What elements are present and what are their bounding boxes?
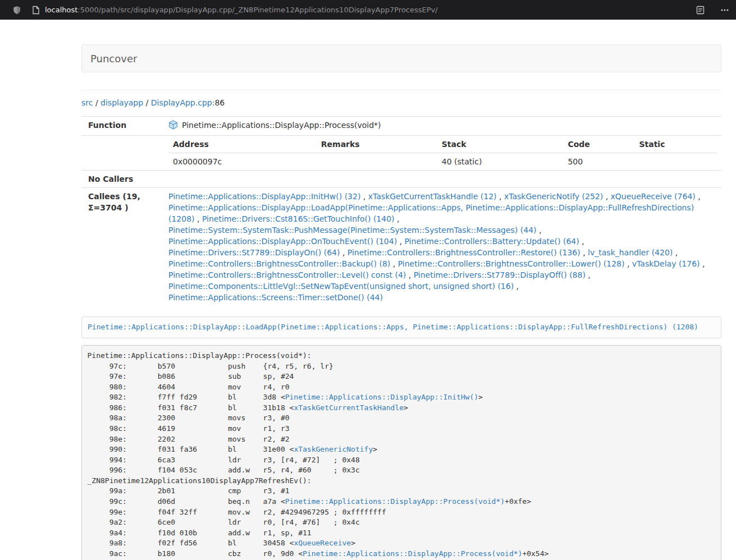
- browser-topbar: localhost:5000/path/src/displayapp/Displ…: [0, 0, 736, 20]
- highlighted-symbol-box: Pinetime::Applications::DisplayApp::Load…: [81, 316, 721, 338]
- breadcrumb: src / displayapp / DisplayApp.cpp:86: [81, 98, 721, 107]
- breadcrumb-line-number: 86: [214, 98, 225, 107]
- callee-link[interactable]: Pinetime::Controllers::BrightnessControl…: [168, 270, 406, 279]
- breadcrumb-link[interactable]: src: [81, 98, 93, 107]
- stats-column-header: Static: [634, 136, 717, 153]
- stats-column-header: Remarks: [317, 136, 437, 153]
- disasm-symbol-link[interactable]: Pinetime::Applications::DisplayApp::Proc…: [303, 549, 522, 558]
- url-path: :5000/path/src/displayapp/DisplayApp.cpp…: [77, 6, 437, 14]
- stats-table: AddressRemarksStackCodeStatic 0x0000097c…: [168, 136, 717, 170]
- highlighted-symbol-link[interactable]: Pinetime::Applications::DisplayApp::Load…: [88, 323, 698, 331]
- no-callers-label: No Callers: [81, 171, 164, 188]
- callee-link[interactable]: Pinetime::Components::LittleVgl::SetNewT…: [168, 282, 514, 291]
- function-cell: Pinetime::Applications::DisplayApp::Proc…: [164, 117, 721, 136]
- callee-link[interactable]: Pinetime::Controllers::Battery::Update()…: [404, 237, 579, 246]
- callee-link[interactable]: lv_task_handler (420): [588, 248, 673, 257]
- divider: [81, 90, 721, 90]
- stats-value-row: 0x0000097c40 (static)500: [168, 153, 717, 171]
- function-icon: [168, 120, 178, 132]
- stats-column-header: Address: [168, 136, 317, 153]
- shield-icon[interactable]: [12, 6, 21, 15]
- reader-view-icon[interactable]: [696, 6, 705, 15]
- no-callers-cell: [164, 171, 721, 188]
- callee-link[interactable]: xTaskGetCurrentTaskHandle (12): [368, 192, 497, 201]
- stats-header-row: AddressRemarksStackCodeStatic: [168, 136, 717, 153]
- disassembly-code-block: Pinetime::Applications::DisplayApp::Proc…: [81, 345, 721, 560]
- page-container: Puncover src / displayapp / DisplayApp.c…: [81, 20, 721, 560]
- callees-row: Callees (19, Σ=3704 ) Pinetime::Applicat…: [81, 188, 721, 306]
- brand-link[interactable]: Puncover: [82, 53, 145, 65]
- callee-link[interactable]: xTaskGenericNotify (252): [504, 192, 603, 201]
- stats-value: 500: [563, 153, 634, 171]
- site-page-icon: [32, 6, 40, 15]
- callee-link[interactable]: Pinetime::System::SystemTask::PushMessag…: [168, 226, 537, 235]
- stats-value: [317, 153, 437, 171]
- menu-dots-icon[interactable]: [720, 6, 729, 15]
- breadcrumb-link[interactable]: displayapp: [100, 98, 143, 107]
- stats-value: 40 (static): [437, 153, 564, 171]
- stats-value: [634, 153, 717, 171]
- disasm-symbol-link[interactable]: xTaskGetCurrentTaskHandle: [294, 403, 404, 412]
- callee-link[interactable]: Pinetime::Controllers::BrightnessControl…: [348, 248, 580, 257]
- callee-link[interactable]: Pinetime::Applications::DisplayApp::Init…: [168, 192, 360, 201]
- no-callers-row: No Callers: [81, 171, 721, 188]
- stats-column-header: Code: [563, 136, 634, 153]
- disasm-symbol-link[interactable]: Pinetime::Applications::DisplayApp::Init…: [285, 393, 478, 401]
- callee-link[interactable]: Pinetime::Controllers::BrightnessControl…: [168, 259, 390, 268]
- callee-link[interactable]: Pinetime::Applications::DisplayApp::OnTo…: [168, 237, 397, 246]
- stats-column-header: Stack: [437, 136, 564, 153]
- callee-link[interactable]: Pinetime::Applications::Screens::Timer::…: [168, 293, 383, 302]
- function-row: Function Pinetime::Applications::Display…: [81, 117, 721, 136]
- disasm-symbol-link[interactable]: Pinetime::Applications::DisplayApp::Proc…: [285, 497, 505, 506]
- stats-value: 0x0000097c: [168, 153, 317, 171]
- symbol-table: Function Pinetime::Applications::Display…: [81, 116, 721, 306]
- callee-link[interactable]: Pinetime::Drivers::St7789::DisplayOn() (…: [168, 248, 340, 257]
- callee-link[interactable]: Pinetime::Drivers::Cst816S::GetTouchInfo…: [202, 214, 395, 223]
- callees-list: Pinetime::Applications::DisplayApp::Init…: [164, 188, 721, 306]
- function-name: Pinetime::Applications::DisplayApp::Proc…: [182, 121, 381, 130]
- callee-link[interactable]: Pinetime::Controllers::BrightnessControl…: [398, 259, 625, 268]
- disasm-symbol-link[interactable]: xQueueReceive: [294, 539, 351, 547]
- url-field[interactable]: localhost:5000/path/src/displayapp/Displ…: [45, 6, 438, 14]
- stats-cell: AddressRemarksStackCodeStatic 0x0000097c…: [164, 136, 721, 171]
- stats-row: AddressRemarksStackCodeStatic 0x0000097c…: [81, 136, 721, 171]
- stats-row-label: [81, 136, 164, 171]
- navbar: Puncover: [81, 44, 721, 72]
- disasm-symbol-link[interactable]: xTaskGenericNotify: [294, 445, 373, 453]
- callees-label: Callees (19, Σ=3704 ): [81, 188, 164, 306]
- callee-link[interactable]: xQueueReceive (764): [611, 192, 696, 201]
- function-row-label: Function: [81, 117, 164, 136]
- url-host: localhost: [45, 6, 77, 14]
- breadcrumb-link[interactable]: DisplayApp.cpp:: [151, 98, 215, 107]
- callee-link[interactable]: vTaskDelay (176): [632, 259, 700, 268]
- callee-link[interactable]: Pinetime::Drivers::St7789::DisplayOff() …: [414, 270, 586, 279]
